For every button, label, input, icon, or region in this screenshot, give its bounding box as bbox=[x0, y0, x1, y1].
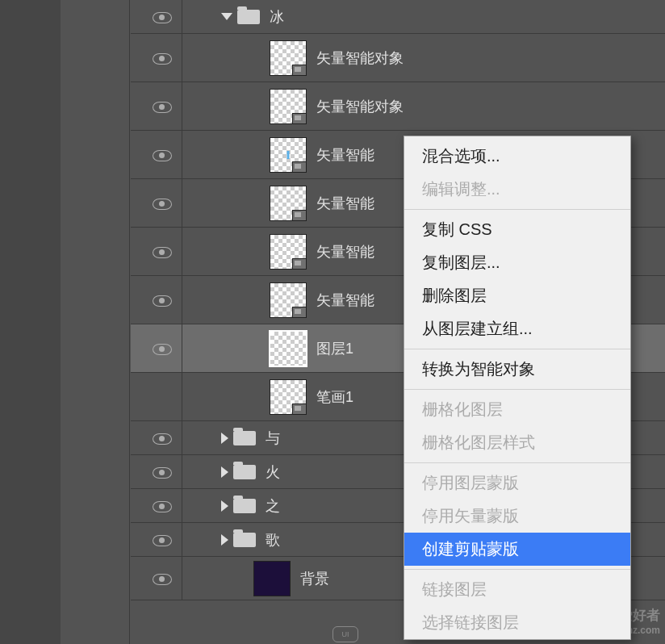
visibility-toggle-icon[interactable] bbox=[153, 573, 170, 584]
folder-icon bbox=[237, 10, 260, 24]
visibility-toggle-icon[interactable] bbox=[153, 534, 170, 546]
menu-delete-layer[interactable]: 删除图层 bbox=[404, 279, 630, 312]
layer-name-label[interactable]: 矢量智能对象 bbox=[316, 48, 404, 68]
visibility-toggle-icon[interactable] bbox=[153, 149, 170, 161]
layer-row[interactable]: 矢量智能对象 bbox=[131, 82, 665, 131]
layer-thumb[interactable] bbox=[270, 137, 307, 173]
menu-duplicate-layer[interactable]: 复制图层... bbox=[404, 246, 630, 279]
smart-object-badge-icon bbox=[292, 113, 307, 124]
layer-name-label[interactable]: 矢量智能 bbox=[316, 242, 374, 261]
layer-group-name[interactable]: 歌 bbox=[266, 530, 280, 550]
layer-context-menu: 混合选项... 编辑调整... 复制 CSS 复制图层... 删除图层 从图层建… bbox=[404, 136, 631, 640]
smart-object-badge-icon bbox=[292, 404, 307, 415]
visibility-toggle-icon[interactable] bbox=[153, 198, 170, 209]
menu-rasterize-style: 栅格化图层样式 bbox=[404, 426, 630, 459]
folder-icon bbox=[233, 465, 256, 479]
layer-group-row[interactable]: 冰 bbox=[131, 0, 665, 34]
footer-badge-icon: UI bbox=[332, 626, 358, 642]
visibility-toggle-icon[interactable] bbox=[153, 52, 170, 64]
layer-thumb[interactable] bbox=[270, 186, 307, 221]
layer-group-name[interactable]: 之 bbox=[266, 496, 280, 516]
menu-create-clipping-mask[interactable]: 创建剪贴蒙版 bbox=[404, 533, 630, 566]
layer-thumb[interactable] bbox=[270, 282, 307, 318]
layer-thumb[interactable] bbox=[270, 234, 307, 270]
disclosure-right-icon[interactable] bbox=[221, 534, 228, 546]
visibility-toggle-icon[interactable] bbox=[153, 101, 170, 112]
disclosure-right-icon[interactable] bbox=[221, 466, 228, 478]
visibility-toggle-icon[interactable] bbox=[153, 295, 170, 306]
layer-name-label[interactable]: 笔画1 bbox=[316, 387, 353, 407]
smart-object-badge-icon bbox=[292, 161, 307, 173]
menu-link-layers: 链接图层 bbox=[404, 573, 630, 606]
visibility-toggle-icon[interactable] bbox=[153, 343, 170, 354]
layer-name-label[interactable]: 矢量智能 bbox=[316, 194, 374, 213]
menu-rasterize-layer: 栅格化图层 bbox=[404, 393, 630, 426]
menu-blending-options[interactable]: 混合选项... bbox=[404, 140, 630, 173]
smart-object-badge-icon bbox=[292, 65, 307, 76]
layer-thumb[interactable] bbox=[270, 331, 307, 366]
layer-thumb[interactable] bbox=[253, 561, 291, 596]
layer-thumb[interactable] bbox=[270, 89, 307, 124]
layer-name-label[interactable]: 矢量智能 bbox=[316, 291, 374, 310]
disclosure-right-icon[interactable] bbox=[221, 433, 228, 444]
menu-edit-adjustment: 编辑调整... bbox=[404, 173, 630, 206]
layer-name-label[interactable]: 矢量智能对象 bbox=[316, 97, 404, 116]
layer-row[interactable]: 矢量智能对象 bbox=[131, 34, 665, 82]
folder-icon bbox=[233, 533, 256, 547]
visibility-toggle-icon[interactable] bbox=[153, 11, 170, 23]
layer-name-label[interactable]: 矢量智能 bbox=[316, 145, 374, 165]
visibility-toggle-icon[interactable] bbox=[153, 500, 170, 512]
menu-disable-vector-mask: 停用矢量蒙版 bbox=[404, 500, 630, 533]
menu-group-from-layers[interactable]: 从图层建立组... bbox=[404, 312, 630, 345]
layer-group-name[interactable]: 与 bbox=[266, 429, 280, 448]
smart-object-badge-icon bbox=[292, 210, 307, 221]
menu-disable-layer-mask: 停用图层蒙版 bbox=[404, 466, 630, 500]
disclosure-right-icon[interactable] bbox=[221, 500, 228, 512]
visibility-toggle-icon[interactable] bbox=[153, 246, 170, 257]
smart-object-badge-icon bbox=[292, 258, 307, 270]
layer-group-name[interactable]: 冰 bbox=[270, 7, 284, 27]
layer-thumb[interactable] bbox=[270, 379, 307, 415]
visibility-toggle-icon[interactable] bbox=[153, 466, 170, 478]
smart-object-badge-icon bbox=[292, 307, 307, 318]
layer-group-name[interactable]: 火 bbox=[266, 462, 280, 482]
disclosure-down-icon[interactable] bbox=[221, 13, 232, 20]
visibility-toggle-icon[interactable] bbox=[153, 433, 170, 444]
menu-copy-css[interactable]: 复制 CSS bbox=[404, 213, 630, 246]
menu-select-linked: 选择链接图层 bbox=[404, 606, 630, 639]
menu-convert-smart[interactable]: 转换为智能对象 bbox=[404, 353, 630, 386]
layer-name-label[interactable]: 背景 bbox=[300, 569, 329, 588]
folder-icon bbox=[233, 431, 256, 445]
layer-thumb[interactable] bbox=[270, 40, 307, 76]
folder-icon bbox=[233, 499, 256, 513]
layer-name-label[interactable]: 图层1 bbox=[316, 339, 353, 358]
